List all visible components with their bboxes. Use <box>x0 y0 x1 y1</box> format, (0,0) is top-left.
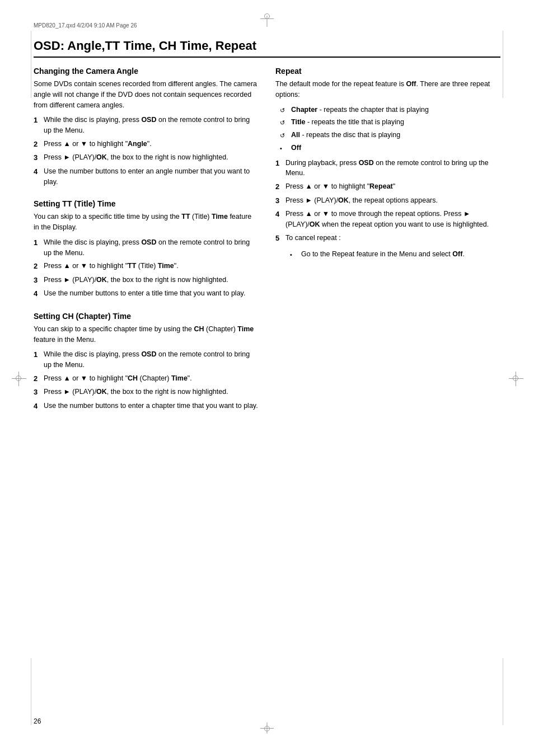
reg-mark-right <box>513 375 518 381</box>
section-camera-angle: Changing the Camera Angle Some DVDs cont… <box>34 67 259 187</box>
tt-time-steps: 1 While the disc is playing, press OSD o… <box>34 237 259 299</box>
step-ch-4: 4 Use the number buttons to enter a chap… <box>34 401 259 412</box>
crop-circle-bottom <box>264 726 270 731</box>
repeat-icon-title: ↺ <box>280 118 291 128</box>
section-title-tt-time: Setting TT (Title) Time <box>34 199 259 208</box>
repeat-icon-chapter: ↺ <box>280 106 291 115</box>
step-tt-4: 4 Use the number buttons to enter a titl… <box>34 288 259 299</box>
camera-angle-steps: 1 While the disc is playing, press OSD o… <box>34 115 259 187</box>
cancel-repeat-bullet: • Go to the Repeat feature in the Menu a… <box>290 249 500 260</box>
page-title: OSD: Angle,TT Time, CH Time, Repeat <box>34 39 500 58</box>
step-rep-5: 5 To cancel repeat : <box>275 233 500 244</box>
cancel-repeat-list: • Go to the Repeat feature in the Menu a… <box>285 249 500 260</box>
repeat-option-all: ↺ All - repeats the disc that is playing <box>280 130 500 140</box>
step-rep-2: 2 Press ▲ or ▼ to highlight "Repeat" <box>275 181 500 192</box>
step-rep-4: 4 Press ▲ or ▼ to move through the repea… <box>275 209 500 230</box>
reg-mark-left <box>16 375 21 381</box>
bullet-icon-cancel: • <box>290 250 301 260</box>
border-right-top <box>503 31 503 98</box>
border-left-top <box>31 31 31 98</box>
step-ch-2: 2 Press ▲ or ▼ to highlight "CH (Chapter… <box>34 373 259 384</box>
step-ca-2: 2 Press ▲ or ▼ to highlight "Angle". <box>34 139 259 150</box>
step-rep-3: 3 Press ► (PLAY)/OK, the repeat options … <box>275 195 500 206</box>
step-rep-1: 1 During playback, press OSD on the remo… <box>275 158 500 179</box>
repeat-icon-all: ↺ <box>280 131 291 140</box>
border-right-bottom <box>503 658 503 725</box>
step-tt-2: 2 Press ▲ or ▼ to highlight "TT (Title) … <box>34 261 259 272</box>
step-tt-3: 3 Press ► (PLAY)/OK, the box to the righ… <box>34 275 259 286</box>
step-ca-1: 1 While the disc is playing, press OSD o… <box>34 115 259 136</box>
bullet-icon-off: • <box>280 144 291 153</box>
page-number: 26 <box>34 717 41 725</box>
border-left-bottom <box>31 658 31 725</box>
repeat-intro: The default mode for the repeat feature … <box>275 79 500 100</box>
step-ca-3: 3 Press ► (PLAY)/OK, the box to the righ… <box>34 152 259 163</box>
section-title-ch-time: Setting CH (Chapter) Time <box>34 312 259 321</box>
section-tt-time: Setting TT (Title) Time You can skip to … <box>34 199 259 299</box>
repeat-option-chapter: ↺ Chapter - repeats the chapter that is … <box>280 105 500 115</box>
repeat-steps: 1 During playback, press OSD on the remo… <box>275 158 500 244</box>
section-repeat: Repeat The default mode for the repeat f… <box>275 67 500 260</box>
step-ch-1: 1 While the disc is playing, press OSD o… <box>34 349 259 370</box>
left-column: Changing the Camera Angle Some DVDs cont… <box>34 67 259 424</box>
section-title-repeat: Repeat <box>275 67 500 76</box>
two-column-layout: Changing the Camera Angle Some DVDs cont… <box>34 67 500 424</box>
step-ca-4: 4 Use the number buttons to enter an ang… <box>34 166 259 187</box>
right-column: Repeat The default mode for the repeat f… <box>275 67 500 424</box>
section-ch-time: Setting CH (Chapter) Time You can skip t… <box>34 312 259 412</box>
crop-circle-top <box>264 13 270 19</box>
repeat-option-title: ↺ Title - repeats the title that is play… <box>280 117 500 128</box>
step-ch-3: 3 Press ► (PLAY)/OK, the box to the righ… <box>34 387 259 398</box>
ch-time-steps: 1 While the disc is playing, press OSD o… <box>34 349 259 411</box>
tt-time-intro: You can skip to a specific title time by… <box>34 212 259 233</box>
ch-time-intro: You can skip to a specific chapter time … <box>34 324 259 345</box>
repeat-options-list: ↺ Chapter - repeats the chapter that is … <box>275 105 500 153</box>
page-wrapper: MPD820_17.qxd 4/2/04 9:10 AM Page 26 OSD… <box>0 0 534 756</box>
section-title-camera-angle: Changing the Camera Angle <box>34 67 259 76</box>
camera-angle-intro: Some DVDs contain scenes recorded from d… <box>34 79 259 110</box>
step-tt-1: 1 While the disc is playing, press OSD o… <box>34 237 259 259</box>
repeat-option-off: • Off <box>280 143 500 153</box>
